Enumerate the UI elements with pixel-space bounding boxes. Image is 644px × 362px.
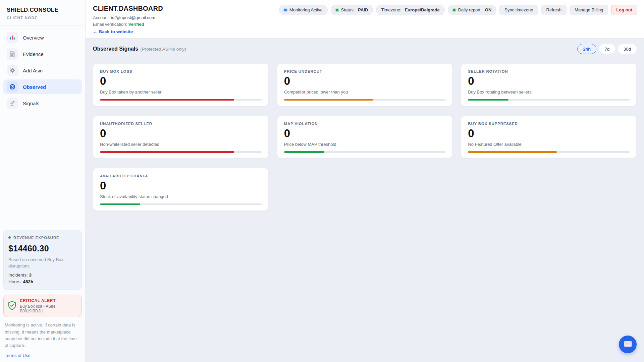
sidebar-item-label: Add Asin [23, 68, 43, 73]
title-primary: CLIENT [93, 5, 117, 12]
revenue-exposure-card: REVENUE EXPOSURE $14460.30 Based on obse… [3, 230, 82, 290]
revenue-exposure-header: REVENUE EXPOSURE [8, 236, 77, 240]
sidebar-item-signals[interactable]: Signals [3, 96, 82, 111]
top-bar: CLIENT.DASHBOARD Account: iq2glupost@gma… [86, 0, 644, 39]
sidebar-item-label: Evidence [23, 51, 44, 57]
monitoring-footnote: Monitoring is active. If certain data is… [5, 322, 80, 349]
hours-line: Hours: 482h [8, 279, 77, 284]
envelope-icon [624, 341, 632, 348]
progress-track [100, 99, 262, 101]
card-value: 0 [284, 128, 446, 139]
incidents-line: Incidents: 3 [8, 273, 77, 278]
card-value: 0 [100, 128, 262, 139]
sidebar-item-observed[interactable]: Observed [3, 79, 82, 94]
page-title: CLIENT.DASHBOARD [93, 5, 163, 12]
satellite-icon [7, 98, 18, 109]
sidebar-header: SHIELD.CONSOLE CLIENT NODE [0, 0, 85, 25]
sidebar-item-evidence[interactable]: Evidence [3, 47, 82, 61]
account-line: Account: iq2glupost@gmail.com [93, 15, 163, 20]
manage-billing-button[interactable]: Manage Billing [570, 5, 608, 15]
hours-value: 482h [23, 279, 34, 284]
sidebar-footer: REVENUE EXPOSURE $14460.30 Based on obse… [0, 230, 85, 362]
card-value: 0 [284, 75, 446, 86]
card-description: Price below MAP threshold [284, 142, 446, 147]
revenue-description: Based on observed Buy Box disruptions [8, 257, 77, 269]
section-header: Observed Signals(Protected ASINs only) 2… [93, 44, 637, 54]
card-title: UNAUTHORIZED SELLER [100, 122, 262, 126]
card-description: Buy Box rotating between sellers [468, 89, 630, 95]
filter-30d[interactable]: 30d [618, 44, 637, 54]
card-price-undercut: PRICE UNDERCUT 0 Competitor priced lower… [277, 63, 453, 106]
card-buy-box-suppressed: BUY BOX SUPPRESSED 0 No Featured Offer a… [461, 116, 637, 159]
critical-alert-banner[interactable]: CRITICAL ALERT Buy Box lost • ASIN B0019… [3, 295, 82, 317]
refresh-button[interactable]: Refresh [541, 5, 567, 15]
card-title: MAP VIOLATION [284, 122, 446, 126]
bar-chart-icon [7, 32, 18, 43]
terms-of-use-link[interactable]: Terms of Use [5, 353, 80, 358]
section-title-wrap: Observed Signals(Protected ASINs only) [93, 46, 186, 52]
sidebar: SHIELD.CONSOLE CLIENT NODE Overview Evid… [0, 0, 86, 362]
chat-button[interactable] [619, 336, 637, 353]
progress-fill [100, 151, 234, 153]
section-subtitle: (Protected ASINs only) [140, 47, 186, 52]
badge-value: PAID [358, 7, 368, 12]
card-description: Buy Box taken by another seller [100, 89, 262, 95]
account-label: Account: [93, 15, 110, 20]
progress-fill [100, 203, 140, 205]
document-icon [7, 48, 18, 60]
card-description: Competitor priced lower than you [284, 89, 446, 95]
progress-fill [284, 99, 373, 101]
timezone-badge: Timezone:Europe/Belgrade [376, 5, 444, 15]
account-email: iq2glupost@gmail.com [111, 15, 155, 20]
email-verification-status: Verified [128, 22, 144, 27]
card-seller-rotation: SELLER ROTATION 0 Buy Box rotating betwe… [461, 63, 637, 106]
status-badge: Status:PAID [331, 5, 373, 15]
sidebar-item-label: Signals [23, 101, 39, 106]
sidebar-item-add-asin[interactable]: Add Asin [3, 63, 82, 78]
progress-fill [100, 99, 234, 101]
email-verification-line: Email verification: Verified [93, 22, 163, 27]
badge-label: Status: [341, 7, 355, 12]
green-dot-icon [453, 9, 455, 11]
gear-icon [7, 65, 18, 76]
progress-track [468, 151, 630, 153]
revenue-amount: $14460.30 [8, 244, 77, 253]
card-unauthorized-seller: UNAUTHORIZED SELLER 0 Non-whitelisted se… [93, 116, 269, 159]
badge-label: Daily report: [458, 7, 482, 12]
card-description: No Featured Offer available [468, 142, 630, 147]
progress-fill [468, 151, 557, 153]
logout-button[interactable]: Log out [611, 5, 637, 15]
logo-primary: SHIELD [7, 7, 28, 13]
title-secondary: DASHBOARD [119, 5, 163, 12]
sidebar-item-overview[interactable]: Overview [3, 30, 82, 45]
badge-value: ON [485, 7, 492, 12]
filter-24h[interactable]: 24h [577, 44, 596, 54]
email-verification-label: Email verification: [93, 22, 127, 27]
progress-fill [468, 99, 508, 101]
card-availability-change: AVAILABILITY CHANGE 0 Stock or availabil… [93, 168, 269, 211]
card-description: Non-whitelisted seller detected [100, 142, 262, 147]
alert-detail: Buy Box lost • ASIN B0019IBD3U [20, 304, 77, 313]
section-title: Observed Signals [93, 46, 138, 52]
card-title: PRICE UNDERCUT [284, 69, 446, 73]
badge-value: Europe/Belgrade [405, 7, 440, 12]
progress-track [284, 99, 446, 101]
blue-dot-icon [284, 9, 287, 11]
title-block: CLIENT.DASHBOARD Account: iq2glupost@gma… [93, 5, 163, 34]
sync-timezone-button[interactable]: Sync timezone [499, 5, 538, 15]
card-map-violation: MAP VIOLATION 0 Price below MAP threshol… [277, 116, 453, 159]
filter-7d[interactable]: 7d [599, 44, 615, 54]
shield-check-icon [8, 301, 16, 311]
incidents-label: Incidents: [8, 273, 28, 278]
back-to-website-link[interactable]: ← Back to website [93, 29, 163, 34]
signal-cards-grid: BUY BOX LOSS 0 Buy Box taken by another … [93, 63, 637, 211]
green-dot-icon [8, 236, 11, 239]
daily-report-badge: Daily report:ON [448, 5, 497, 15]
sidebar-item-label: Observed [23, 84, 46, 90]
card-title: AVAILABILITY CHANGE [100, 174, 262, 178]
card-buy-box-loss: BUY BOX LOSS 0 Buy Box taken by another … [93, 63, 269, 106]
card-value: 0 [468, 75, 630, 86]
badge-label: Timezone: [381, 7, 401, 12]
monitoring-active-badge: Monitoring Active [279, 5, 328, 15]
sidebar-nav: Overview Evidence Add Asin Observed Sign… [0, 30, 85, 112]
